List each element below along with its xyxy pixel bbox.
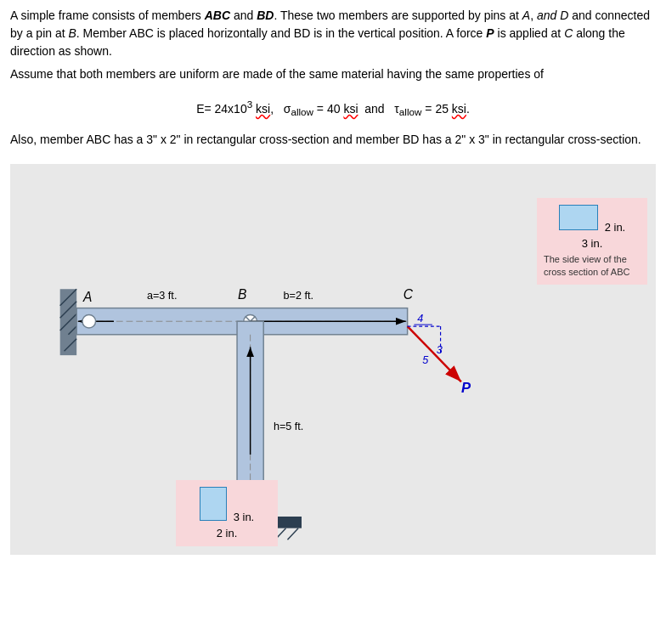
ratio-4: 4 [417, 314, 423, 325]
cs-abc-2in: 2 in. [605, 221, 626, 234]
label-b: B [238, 287, 246, 302]
cs-bd-rect-container: 3 in. [183, 487, 271, 524]
ratio-3: 3 [437, 345, 443, 357]
ratio-5: 5 [422, 354, 429, 366]
pin-a [82, 315, 96, 329]
cs-abc-note: The side view of the cross section of AB… [544, 253, 641, 278]
cs-bd-2in: 2 in. [183, 527, 271, 539]
formula-line: E= 24x103 ksi, σallow = 40 ksi and τallo… [0, 99, 666, 117]
dim-h-label: h=5 ft. [274, 421, 304, 432]
force-arrow-p [408, 327, 461, 382]
cs-abc-rect [559, 205, 598, 230]
label-p: P [461, 380, 471, 396]
cs-abc-3in: 3 in. [544, 237, 641, 250]
cross-section-text: Also, member ABC has a 3" x 2" in rectan… [0, 124, 666, 157]
cross-section-abc-box: 2 in. 3 in. The side view of the cross s… [537, 198, 647, 284]
cs-bd-3in: 3 in. [234, 511, 255, 523]
dim-b-label: b=2 ft. [284, 290, 314, 302]
cs-bd-rect [200, 487, 227, 521]
label-c: C [404, 287, 414, 302]
label-a: A [82, 290, 92, 304]
problem-line-1: A simple frame consists of members ABC a… [10, 7, 656, 60]
diagram-area: A B a=3 ft. b=2 ft. C h=5 ft. [10, 164, 656, 555]
cs-abc-rect-container: 2 in. [544, 205, 641, 234]
svg-line-15 [287, 528, 298, 540]
cross-section-line: Also, member ABC has a 3" x 2" in rectan… [10, 131, 656, 149]
problem-text: A simple frame consists of members ABC a… [0, 0, 666, 92]
dim-a-label: a=3 ft. [147, 290, 178, 302]
cross-section-bd-box: 3 in. 2 in. [176, 480, 278, 547]
problem-line-2: Assume that both members are uniform are… [10, 65, 656, 83]
